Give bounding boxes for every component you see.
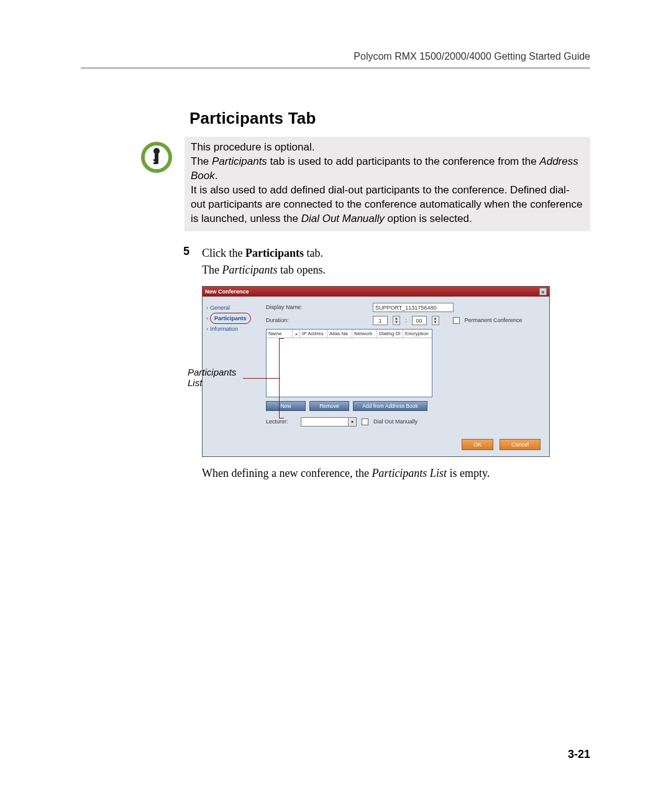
t: Information [210, 324, 238, 334]
callout-tick2 [279, 418, 284, 418]
remove-button[interactable]: Remove [309, 401, 349, 411]
t: . [215, 170, 218, 182]
t: option is selected. [385, 213, 472, 224]
chevron-right-icon: › [206, 324, 208, 334]
lecturer-select[interactable]: ▾ [301, 417, 357, 427]
key-note-icon [140, 141, 173, 174]
dialog-sidebar: ›General ›Participants ›Information [203, 297, 260, 433]
participants-table[interactable]: Name ▴ IP Addres Alias Na Network Dialin… [266, 329, 432, 397]
annotation-participants-list: Participants List [188, 367, 244, 388]
dialog-main: Display Name: SUPPORT_1131756480 Duratio… [260, 297, 549, 433]
header-guide-title: Polycom RMX 1500/2000/4000 Getting Start… [81, 0, 590, 67]
after-screenshot-text: When defining a new conference, the Part… [202, 467, 590, 480]
mins-stepper[interactable]: ▲▼ [432, 316, 439, 325]
col-encryption[interactable]: Encryption [403, 330, 432, 338]
duration-hours-input[interactable]: 1 [373, 316, 388, 325]
permanent-conference-checkbox[interactable] [453, 317, 460, 324]
circled-label: Participants [210, 313, 251, 324]
chevron-right-icon: › [206, 303, 208, 313]
close-icon[interactable]: × [539, 288, 547, 295]
section-title: Participants Tab [189, 109, 590, 128]
sidebar-item-general[interactable]: ›General [206, 303, 256, 313]
dialog-titlebar: New Conference × [203, 287, 549, 297]
t: Click the [202, 247, 245, 259]
t: Participants List [372, 467, 447, 479]
sidebar-item-information[interactable]: ›Information [206, 324, 256, 334]
lecturer-label: Lecturer: [266, 418, 296, 425]
duration-mins-input[interactable]: 00 [412, 316, 427, 325]
duration-label: Duration: [266, 317, 328, 323]
dialog-title: New Conference [205, 288, 249, 295]
ok-button[interactable]: OK [462, 439, 493, 450]
dial-out-manually-label: Dial Out Manually [373, 418, 418, 425]
t: tab. [304, 247, 323, 259]
display-name-input[interactable]: SUPPORT_1131756480 [373, 303, 454, 312]
sort-icon[interactable]: ▴ [293, 330, 300, 338]
t: tab is used to add participants to the c… [267, 155, 539, 167]
col-dialing[interactable]: Dialing Di [377, 330, 403, 338]
col-ip[interactable]: IP Addres [300, 330, 327, 338]
new-button[interactable]: New [266, 401, 306, 411]
t: When defining a new conference, the [202, 467, 372, 479]
step-body: Click the Participants tab. The Particip… [202, 245, 590, 279]
step-5: 5 Click the Participants tab. The Partic… [183, 245, 590, 279]
hours-stepper[interactable]: ▲▼ [393, 316, 400, 325]
duration-row: Duration: 1 ▲▼ : 00 ▲▼ Permanent Confere… [266, 316, 541, 325]
t: The [202, 264, 222, 276]
t: Participants [222, 264, 277, 276]
add-from-address-book-button[interactable]: Add from Address Book [353, 401, 427, 411]
callout-line-v [279, 338, 280, 418]
dialog-body: ›General ›Participants ›Information Disp… [203, 297, 549, 433]
duration-sep: : [405, 317, 407, 323]
t: The [191, 155, 212, 167]
col-network[interactable]: Network [352, 330, 377, 338]
lecturer-row: Lecturer: ▾ Dial Out Manually [266, 417, 541, 427]
t: Participants [245, 247, 304, 259]
t: Participants List [188, 367, 236, 388]
page-number: 3-21 [568, 748, 590, 761]
header-rule [81, 67, 590, 69]
t: Dial Out Manually [301, 213, 385, 224]
table-buttons: New Remove Add from Address Book [266, 401, 541, 411]
dialog-window: New Conference × ›General ›Participants … [202, 286, 550, 457]
note-line1: This procedure is optional. [191, 141, 314, 153]
note-text: This procedure is optional. The Particip… [185, 137, 590, 231]
col-alias[interactable]: Alias Na [327, 330, 352, 338]
callout-line-h [243, 378, 280, 379]
svg-rect-4 [153, 162, 156, 164]
chevron-down-icon: ▾ [348, 418, 356, 426]
cancel-button[interactable]: Cancel [500, 439, 541, 450]
screenshot-new-conference: Participants List New Conference × ›Gene… [202, 286, 550, 457]
note-line3: It is also used to add defined dial-out … [191, 184, 582, 224]
callout-tick1 [279, 338, 284, 339]
t: General [210, 303, 230, 313]
col-name[interactable]: Name [267, 330, 293, 338]
table-header: Name ▴ IP Addres Alias Na Network Dialin… [267, 330, 432, 338]
dial-out-manually-checkbox[interactable] [362, 418, 368, 425]
chevron-right-icon: › [206, 313, 208, 323]
svg-rect-3 [153, 159, 156, 161]
t: tab opens. [277, 264, 325, 276]
display-name-label: Display Name: [266, 304, 328, 310]
step-number: 5 [183, 245, 202, 279]
permanent-conference-label: Permanent Conference [465, 317, 523, 323]
t: Participants [212, 155, 267, 167]
note-block: This procedure is optional. The Particip… [140, 137, 590, 231]
note-line2: The Participants tab is used to add part… [191, 155, 578, 182]
dialog-footer: OK Cancel [203, 433, 549, 456]
t: is empty. [447, 467, 490, 479]
display-name-row: Display Name: SUPPORT_1131756480 [266, 303, 541, 312]
sidebar-item-participants[interactable]: ›Participants [206, 313, 256, 324]
